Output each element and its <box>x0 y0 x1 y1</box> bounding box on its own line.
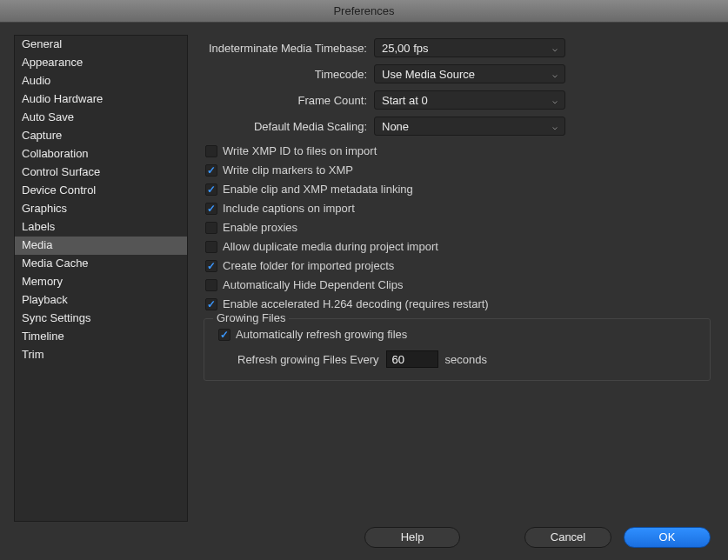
sidebar-item-playback[interactable]: Playback <box>15 291 187 310</box>
checkbox-label: Write XMP ID to files on import <box>223 143 377 160</box>
sidebar-item-general[interactable]: General <box>15 36 187 54</box>
label-timebase: Indeterminate Media Timebase: <box>200 42 374 55</box>
content-row: GeneralAppearanceAudioAudio HardwareAuto… <box>14 35 714 522</box>
check-7[interactable]: Automatically Hide Dependent Clips <box>205 277 714 294</box>
interval-input[interactable] <box>386 350 438 368</box>
checkbox-icon <box>205 298 217 310</box>
sidebar-item-sync-settings[interactable]: Sync Settings <box>15 310 187 328</box>
checkbox-icon <box>205 164 217 177</box>
select-framecount[interactable]: Start at 0 ⌵ <box>374 90 565 110</box>
preferences-panel: GeneralAppearanceAudioAudio HardwareAuto… <box>0 23 728 560</box>
sidebar-item-control-surface[interactable]: Control Surface <box>15 163 187 182</box>
select-value: 25,00 fps <box>382 42 429 55</box>
row-timecode: Timecode: Use Media Source ⌵ <box>200 64 714 83</box>
sidebar-item-audio[interactable]: Audio <box>15 72 187 90</box>
cancel-button[interactable]: Cancel <box>524 527 611 548</box>
media-settings-pane: Indeterminate Media Timebase: 25,00 fps … <box>200 35 714 522</box>
checkbox-label: Enable proxies <box>223 219 297 237</box>
chevron-down-icon: ⌵ <box>552 70 558 79</box>
chevron-down-icon: ⌵ <box>552 96 558 105</box>
checkbox-label: Automatically Hide Dependent Clips <box>223 277 403 294</box>
sidebar-item-media-cache[interactable]: Media Cache <box>15 255 187 273</box>
select-timebase[interactable]: 25,00 fps ⌵ <box>374 38 565 57</box>
select-timecode[interactable]: Use Media Source ⌵ <box>374 64 565 83</box>
check-5[interactable]: Allow duplicate media during project imp… <box>205 238 714 256</box>
check-4[interactable]: Enable proxies <box>205 219 714 237</box>
check-3[interactable]: Include captions on import <box>205 200 714 217</box>
select-value: Use Media Source <box>382 68 475 81</box>
check-1[interactable]: Write clip markers to XMP <box>205 162 714 179</box>
sidebar-item-auto-save[interactable]: Auto Save <box>15 109 187 127</box>
growing-files-group: Growing Files Automatically refresh grow… <box>204 318 711 381</box>
check-auto-refresh[interactable]: Automatically refresh growing files <box>218 326 701 343</box>
checkbox-list: Write XMP ID to files on importWrite cli… <box>200 143 714 313</box>
checkbox-icon <box>205 145 217 157</box>
checkbox-icon <box>205 203 217 215</box>
window-titlebar: Preferences <box>0 0 728 23</box>
sidebar-item-appearance[interactable]: Appearance <box>15 54 187 72</box>
checkbox-icon <box>205 241 217 253</box>
checkbox-label: Allow duplicate media during project imp… <box>223 238 438 256</box>
checkbox-icon <box>218 329 230 341</box>
group-title: Growing Files <box>213 311 289 324</box>
check-6[interactable]: Create folder for imported projects <box>205 257 714 275</box>
sidebar-item-capture[interactable]: Capture <box>15 127 187 145</box>
sidebar-item-media[interactable]: Media <box>15 237 187 255</box>
checkbox-icon <box>205 260 217 272</box>
checkbox-label: Enable accelerated H.264 decoding (requi… <box>223 296 489 313</box>
sidebar-item-memory[interactable]: Memory <box>15 273 187 291</box>
chevron-down-icon: ⌵ <box>552 43 558 53</box>
help-button[interactable]: Help <box>364 527 460 548</box>
select-scaling[interactable]: None ⌵ <box>374 117 565 136</box>
interval-suffix: seconds <box>445 353 487 366</box>
label-timecode: Timecode: <box>200 68 374 81</box>
category-sidebar: GeneralAppearanceAudioAudio HardwareAuto… <box>14 35 188 522</box>
row-scaling: Default Media Scaling: None ⌵ <box>200 117 714 136</box>
checkbox-icon <box>205 183 217 196</box>
sidebar-item-audio-hardware[interactable]: Audio Hardware <box>15 90 187 109</box>
check-0[interactable]: Write XMP ID to files on import <box>205 143 714 160</box>
checkbox-icon <box>205 222 217 234</box>
checkbox-label: Include captions on import <box>223 200 355 217</box>
checkbox-icon <box>205 279 217 291</box>
dialog-buttons: Help Cancel OK <box>364 527 711 548</box>
checkbox-label: Enable clip and XMP metadata linking <box>223 181 413 198</box>
label-scaling: Default Media Scaling: <box>200 120 374 133</box>
window-title: Preferences <box>333 4 394 17</box>
check-8[interactable]: Enable accelerated H.264 decoding (requi… <box>205 296 714 313</box>
check-2[interactable]: Enable clip and XMP metadata linking <box>205 181 714 198</box>
sidebar-item-graphics[interactable]: Graphics <box>15 200 187 218</box>
sidebar-item-trim[interactable]: Trim <box>15 346 187 364</box>
sidebar-item-device-control[interactable]: Device Control <box>15 182 187 200</box>
checkbox-label: Automatically refresh growing files <box>236 326 407 343</box>
row-timebase: Indeterminate Media Timebase: 25,00 fps … <box>200 38 714 57</box>
sidebar-item-collaboration[interactable]: Collaboration <box>15 145 187 163</box>
checkbox-label: Write clip markers to XMP <box>223 162 353 179</box>
ok-button[interactable]: OK <box>624 527 711 548</box>
label-framecount: Frame Count: <box>200 94 374 107</box>
sidebar-item-timeline[interactable]: Timeline <box>15 328 187 346</box>
refresh-interval-row: Refresh growing Files Every seconds <box>237 350 701 368</box>
select-value: None <box>382 120 409 133</box>
sidebar-item-labels[interactable]: Labels <box>15 218 187 237</box>
checkbox-label: Create folder for imported projects <box>223 257 394 275</box>
chevron-down-icon: ⌵ <box>552 122 558 131</box>
interval-prefix: Refresh growing Files Every <box>237 353 379 366</box>
row-framecount: Frame Count: Start at 0 ⌵ <box>200 90 714 110</box>
select-value: Start at 0 <box>382 94 428 107</box>
